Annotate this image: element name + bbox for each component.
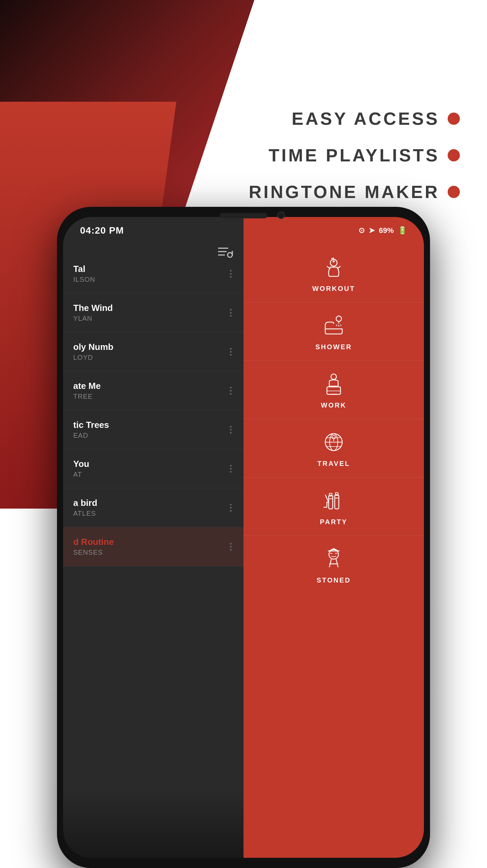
song-title: The Wind [73, 303, 228, 313]
song-artist: ILSON [73, 276, 228, 283]
category-workout[interactable]: WORKOUT [244, 244, 424, 302]
shower-icon [320, 312, 347, 339]
song-info: You AT [73, 459, 228, 478]
song-title: Tal [73, 264, 228, 274]
category-shower[interactable]: SHOWER [244, 302, 424, 361]
song-title: tic Trees [73, 420, 228, 430]
category-label-stoned: STONED [317, 576, 351, 584]
song-list: Tal ILSON The Wind YLAN [63, 254, 244, 566]
feature-item-ringtone-maker: RINGTONE MAKER [249, 182, 460, 202]
svg-point-14 [331, 374, 336, 379]
left-panel-fade [63, 790, 244, 858]
song-menu[interactable] [228, 268, 233, 279]
left-panel-header [216, 244, 233, 264]
category-work[interactable]: WORK [244, 361, 424, 419]
playlist-icon[interactable] [216, 244, 233, 264]
feature-label-easy-access: EASY ACCESS [292, 108, 440, 129]
features-section: EASY ACCESS TIME PLAYLISTS RINGTONE MAKE… [249, 108, 460, 218]
song-artist: TREE [73, 393, 228, 400]
song-item-3[interactable]: oly Numb LOYD [63, 332, 244, 371]
song-menu[interactable] [228, 541, 233, 552]
song-menu[interactable] [228, 424, 233, 435]
song-title-active: d Routine [73, 537, 228, 547]
category-label-shower: SHOWER [315, 343, 352, 351]
phone-container: 04:20 PM ⊙ ➤ 69% 🔋 [57, 207, 430, 868]
song-info: oly Numb LOYD [73, 342, 228, 361]
phone-shell: 04:20 PM ⊙ ➤ 69% 🔋 [57, 207, 430, 868]
svg-point-8 [333, 261, 334, 262]
song-menu[interactable] [228, 463, 233, 474]
song-info: The Wind YLAN [73, 303, 228, 322]
work-icon [320, 370, 347, 397]
category-stoned[interactable]: STONED [244, 536, 424, 594]
status-time: 04:20 PM [80, 225, 124, 236]
song-item-8[interactable]: d Routine SENSES [63, 527, 244, 566]
song-artist: SENSES [73, 549, 228, 556]
navigation-icon: ➤ [369, 226, 375, 235]
song-title: ate Me [73, 381, 228, 391]
song-menu[interactable] [228, 346, 233, 357]
song-item-7[interactable]: a bird ATLES [63, 488, 244, 527]
feature-item-time-playlists: TIME PLAYLISTS [249, 145, 460, 165]
song-menu[interactable] [228, 307, 233, 318]
song-artist: AT [73, 471, 228, 478]
song-item-2[interactable]: The Wind YLAN [63, 293, 244, 332]
category-party[interactable]: PARTY [244, 477, 424, 536]
song-artist: YLAN [73, 315, 228, 322]
feature-label-time-playlists: TIME PLAYLISTS [269, 145, 440, 165]
right-panel: WORKOUT [244, 217, 424, 858]
svg-point-3 [228, 253, 232, 257]
song-artist: LOYD [73, 354, 228, 361]
song-info: Tal ILSON [73, 264, 228, 283]
feature-dot-easy-access [448, 113, 460, 125]
song-menu[interactable] [228, 385, 233, 396]
category-travel[interactable]: TRAVEL [244, 419, 424, 477]
status-icons: ⊙ ➤ 69% 🔋 [358, 226, 407, 235]
battery-percent: 69% [379, 226, 394, 235]
song-title: oly Numb [73, 342, 228, 352]
svg-point-23 [332, 435, 335, 439]
song-artist: EAD [73, 432, 228, 439]
stoned-icon [320, 545, 347, 572]
feature-item-easy-access: EASY ACCESS [249, 108, 460, 129]
song-item-6[interactable]: You AT [63, 449, 244, 488]
feature-label-ringtone-maker: RINGTONE MAKER [249, 182, 440, 202]
song-info: tic Trees EAD [73, 420, 228, 439]
song-title: You [73, 459, 228, 469]
song-title: a bird [73, 498, 228, 508]
left-panel: Tal ILSON The Wind YLAN [63, 217, 244, 858]
song-info: a bird ATLES [73, 498, 228, 517]
song-info: d Routine SENSES [73, 537, 228, 556]
battery-icon: 🔋 [398, 226, 407, 235]
travel-icon [320, 429, 347, 456]
song-artist: ATLES [73, 510, 228, 517]
party-icon [320, 487, 347, 514]
workout-icon [320, 254, 347, 281]
svg-point-9 [336, 316, 342, 321]
svg-rect-24 [329, 495, 333, 509]
status-bar: 04:20 PM ⊙ ➤ 69% 🔋 [63, 220, 424, 241]
svg-rect-27 [335, 495, 339, 509]
song-info: ate Me TREE [73, 381, 228, 400]
category-label-workout: WORKOUT [312, 285, 355, 293]
phone-screen: 04:20 PM ⊙ ➤ 69% 🔋 [63, 217, 424, 858]
song-menu[interactable] [228, 502, 233, 513]
category-label-travel: TRAVEL [317, 460, 350, 468]
song-item-4[interactable]: ate Me TREE [63, 371, 244, 410]
category-label-party: PARTY [320, 518, 347, 526]
song-item-5[interactable]: tic Trees EAD [63, 410, 244, 449]
location-icon: ⊙ [358, 226, 365, 235]
feature-dot-time-playlists [448, 149, 460, 161]
category-label-work: WORK [321, 401, 346, 409]
svg-rect-15 [327, 387, 340, 394]
feature-dot-ringtone-maker [448, 186, 460, 198]
